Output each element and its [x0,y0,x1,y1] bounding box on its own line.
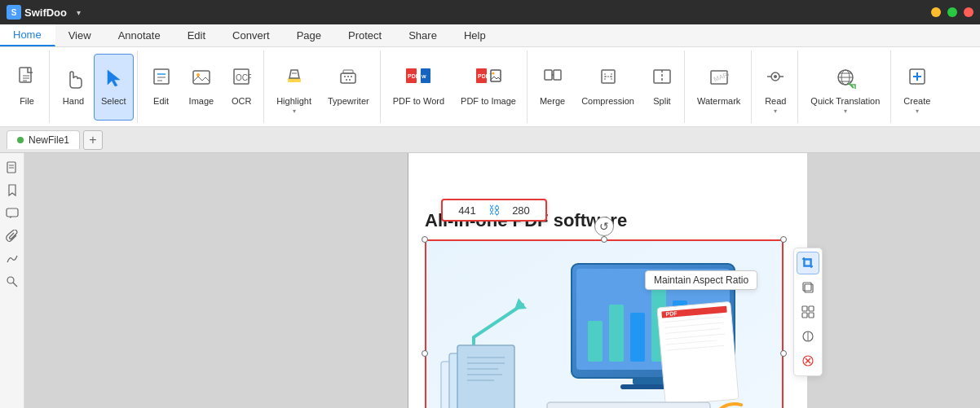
read-button[interactable]: Read ▾ [757,54,794,121]
float-copy-button[interactable] [797,276,819,299]
create-icon [907,67,927,93]
resize-handle-tr[interactable] [780,236,787,243]
select-button[interactable]: Select [94,54,134,121]
resize-handle-mr[interactable] [780,350,787,357]
pdf-illustration: PDF [425,239,784,408]
tab-page[interactable]: Page [284,24,335,46]
ocr-icon: OCR [232,67,251,93]
tab-edit[interactable]: Edit [174,24,219,46]
pdf-to-image-label: PDF to Image [461,96,516,107]
title-bar: S SwifDoo ▾ [0,0,980,24]
sidebar-tool-search[interactable] [2,272,22,292]
doc-tab-newfile1[interactable]: NewFile1 [7,130,80,149]
ocr-button[interactable]: OCR OCR [223,54,260,121]
compression-icon [598,67,618,93]
sidebar-tool-comments[interactable] [2,204,22,223]
float-delete-button[interactable] [797,349,819,372]
pdf-page: All-in-one PDF software ↺ [408,153,807,408]
svg-rect-75 [547,402,710,408]
read-label: Read [765,96,786,107]
ribbon-group-annotate: Highlight ▾ Typewriter [266,50,381,123]
sidebar-tool-bookmark[interactable] [2,181,22,200]
doc-tab-add[interactable]: + [83,130,103,150]
width-input[interactable] [451,204,483,217]
quick-translation-button[interactable]: Quick Translation ▾ [803,54,887,121]
maximize-button[interactable] [947,7,957,17]
app-logo: S SwifDoo [7,5,67,20]
tab-annotate[interactable]: Annotate [105,24,174,46]
file-button[interactable]: File [8,54,46,121]
main-area: All-in-one PDF software ↺ [0,153,980,408]
select-icon [104,67,123,93]
svg-line-55 [13,283,17,287]
tab-convert[interactable]: Convert [219,24,284,46]
image-icon [192,67,211,93]
svg-point-39 [774,75,777,78]
app-dropdown-arrow[interactable]: ▾ [77,8,81,17]
svg-point-16 [344,76,346,77]
quick-translation-icon [832,67,859,93]
selected-image-container[interactable]: ↺ ⛓ Maintain Aspect Ratio [425,239,784,408]
highlight-dropdown-arrow: ▾ [293,107,296,115]
pdf-to-image-button[interactable]: PDF→ PDF to Image [453,54,523,121]
compression-button[interactable]: Compression [574,54,642,121]
tab-share[interactable]: Share [395,24,451,46]
link-aspect-icon[interactable]: ⛓ [488,204,500,217]
tab-home[interactable]: Home [0,24,55,46]
ribbon-group-watermark: MARK Watermark [686,50,752,123]
hand-button[interactable]: Hand [55,54,92,121]
translation-dropdown-arrow: ▾ [844,107,847,115]
float-flip-button[interactable] [797,325,819,348]
pdf-to-word-icon: PDF→W [405,67,431,93]
tab-help[interactable]: Help [451,24,500,46]
svg-rect-14 [341,73,355,83]
read-dropdown-arrow: ▾ [774,107,777,115]
ribbon-group-edit: Edit Image OCR OCR [139,50,265,123]
svg-rect-105 [805,260,810,265]
pdf-to-word-button[interactable]: PDF→W PDF to Word [386,54,452,121]
pdf-content-area: All-in-one PDF software ↺ [425,210,791,400]
create-button[interactable]: Create ▾ [896,54,938,121]
typewriter-icon [338,67,358,93]
rotate-handle[interactable]: ↺ [594,217,614,236]
typewriter-button[interactable]: Typewriter [320,54,377,121]
ocr-label: OCR [232,96,251,107]
create-dropdown-arrow: ▾ [916,107,919,115]
svg-text:MARK: MARK [713,69,729,83]
ribbon-group-translation: Quick Translation ▾ [800,50,891,123]
ribbon-group-create: Create ▾ [893,50,941,123]
watermark-button[interactable]: MARK Watermark [690,54,748,121]
height-input[interactable] [505,204,537,217]
sidebar-tool-attachment[interactable] [2,226,22,246]
doc-tab-dot [17,137,24,143]
window-controls [931,7,973,17]
menu-bar: Home View Annotate Edit Convert Page Pro… [0,24,980,47]
close-button[interactable] [964,7,973,17]
image-button[interactable]: Image [182,54,222,121]
ribbon-group-read: Read ▾ [753,50,798,123]
split-button[interactable]: Split [643,54,681,121]
pdf-to-word-label: PDF to Word [393,96,444,107]
float-crop-button[interactable] [797,252,819,274]
svg-rect-98 [457,345,514,408]
svg-point-30 [492,72,495,74]
hand-icon [64,67,83,93]
tab-protect[interactable]: Protect [335,24,395,46]
sidebar-tool-signature[interactable] [2,249,22,269]
edit-button[interactable]: Edit [143,54,180,121]
svg-text:PDF: PDF [408,73,420,79]
minimize-button[interactable] [931,7,941,17]
sidebar-tool-pages[interactable] [2,158,22,178]
create-label: Create [903,96,930,107]
float-arrange-button[interactable] [797,301,819,323]
svg-rect-60 [609,305,624,362]
resize-handle-ml[interactable] [422,350,428,357]
svg-rect-109 [809,306,814,311]
highlight-button[interactable]: Highlight ▾ [269,54,319,121]
resize-handle-tl[interactable] [422,236,428,243]
ribbon: File Hand Select Edit Im [0,47,980,127]
merge-button[interactable]: Merge [532,54,572,121]
resize-handle-tm[interactable] [601,236,607,243]
tab-view[interactable]: View [55,24,105,46]
select-label: Select [101,96,126,107]
